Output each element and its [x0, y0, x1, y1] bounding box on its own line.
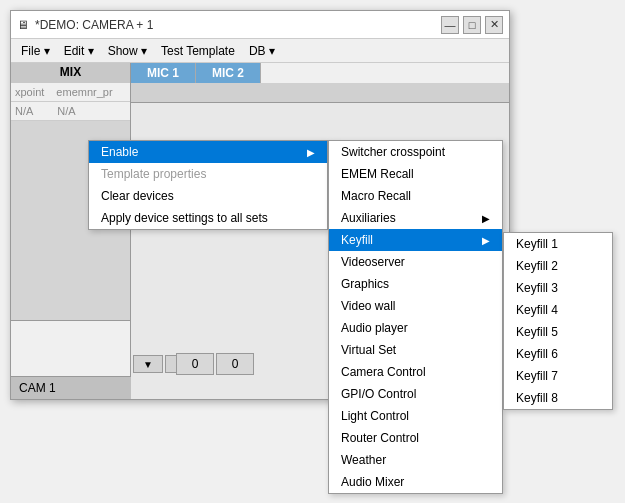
menu-edit[interactable]: Edit ▾: [58, 42, 100, 60]
ctx-router-control-label: Router Control: [341, 431, 419, 445]
mic-tab-1[interactable]: MIC 1: [131, 63, 196, 83]
right-top-bar: [131, 83, 509, 103]
restore-button[interactable]: □: [463, 16, 481, 34]
left-panel: xpoint ememnr_pr N/A N/A: [11, 83, 131, 399]
ctx-enable-label: Enable: [101, 145, 138, 159]
ctx-auxiliaries-arrow: ▶: [482, 213, 490, 224]
context-menu-1: Enable ▶ Template properties Clear devic…: [88, 140, 328, 230]
counter-1: 0: [176, 353, 214, 375]
ctx-apply-device-settings[interactable]: Apply device settings to all sets: [89, 207, 327, 229]
ctx-emem-recall[interactable]: EMEM Recall: [329, 163, 502, 185]
menu-bar: File ▾ Edit ▾ Show ▾ Test Template DB ▾: [11, 39, 509, 63]
ctx-enable-arrow: ▶: [307, 147, 315, 158]
ctx-auxiliaries-label: Auxiliaries: [341, 211, 396, 225]
ctx-keyfill-5-label: Keyfill 5: [516, 325, 558, 339]
ctx-keyfill-2[interactable]: Keyfill 2: [504, 255, 612, 277]
mix-header: MIX: [11, 63, 131, 83]
ctx-router-control[interactable]: Router Control: [329, 427, 502, 449]
cam-label: CAM 1: [11, 376, 131, 399]
ctx-apply-device-settings-label: Apply device settings to all sets: [101, 211, 268, 225]
ctx-video-wall[interactable]: Video wall: [329, 295, 502, 317]
ctx-keyfill-7-label: Keyfill 7: [516, 369, 558, 383]
ctx-audio-player[interactable]: Audio player: [329, 317, 502, 339]
ctx-keyfill-label: Keyfill: [341, 233, 373, 247]
na-label-2: N/A: [53, 104, 79, 118]
ctx-clear-devices-label: Clear devices: [101, 189, 174, 203]
ctx-weather-label: Weather: [341, 453, 386, 467]
menu-test-template[interactable]: Test Template: [155, 42, 241, 60]
ctx-auxiliaries[interactable]: Auxiliaries ▶: [329, 207, 502, 229]
ctx-keyfill-6-label: Keyfill 6: [516, 347, 558, 361]
up-arrow-1[interactable]: ▼: [133, 355, 163, 373]
ctx-emem-recall-label: EMEM Recall: [341, 167, 414, 181]
ctx-clear-devices[interactable]: Clear devices: [89, 185, 327, 207]
na-row: N/A N/A: [11, 102, 130, 121]
ctx-keyfill-3-label: Keyfill 3: [516, 281, 558, 295]
na-label-1: N/A: [11, 104, 37, 118]
ctx-template-properties-label: Template properties: [101, 167, 206, 181]
ctx-keyfill-2-label: Keyfill 2: [516, 259, 558, 273]
ctx-keyfill-6[interactable]: Keyfill 6: [504, 343, 612, 365]
ctx-switcher-crosspoint[interactable]: Switcher crosspoint: [329, 141, 502, 163]
xpoint-row: xpoint ememnr_pr: [11, 83, 130, 102]
mic-tab-2[interactable]: MIC 2: [196, 63, 261, 83]
ctx-keyfill-4-label: Keyfill 4: [516, 303, 558, 317]
context-menu-3: Keyfill 1 Keyfill 2 Keyfill 3 Keyfill 4 …: [503, 232, 613, 410]
emem-label: ememnr_pr: [52, 85, 116, 99]
ctx-keyfill-arrow: ▶: [482, 235, 490, 246]
title-bar: 🖥 *DEMO: CAMERA + 1 — □ ✕: [11, 11, 509, 39]
context-menu-2: Switcher crosspoint EMEM Recall Macro Re…: [328, 140, 503, 494]
ctx-keyfill-1-label: Keyfill 1: [516, 237, 558, 251]
counter-2: 0: [216, 353, 254, 375]
ctx-virtual-set-label: Virtual Set: [341, 343, 396, 357]
ctx-videoserver-label: Videoserver: [341, 255, 405, 269]
ctx-weather[interactable]: Weather: [329, 449, 502, 471]
ctx-gpio-control[interactable]: GPI/O Control: [329, 383, 502, 405]
ctx-template-properties: Template properties: [89, 163, 327, 185]
window-title: *DEMO: CAMERA + 1: [35, 18, 153, 32]
ctx-graphics-label: Graphics: [341, 277, 389, 291]
title-bar-left: 🖥 *DEMO: CAMERA + 1: [17, 18, 153, 32]
ctx-keyfill-5[interactable]: Keyfill 5: [504, 321, 612, 343]
ctx-enable[interactable]: Enable ▶: [89, 141, 327, 163]
window-icon: 🖥: [17, 18, 29, 32]
ctx-macro-recall-label: Macro Recall: [341, 189, 411, 203]
ctx-keyfill-1[interactable]: Keyfill 1: [504, 233, 612, 255]
minimize-button[interactable]: —: [441, 16, 459, 34]
ctx-switcher-crosspoint-label: Switcher crosspoint: [341, 145, 445, 159]
title-bar-controls: — □ ✕: [441, 16, 503, 34]
ctx-videoserver[interactable]: Videoserver: [329, 251, 502, 273]
ctx-keyfill-7[interactable]: Keyfill 7: [504, 365, 612, 387]
close-button[interactable]: ✕: [485, 16, 503, 34]
menu-file[interactable]: File ▾: [15, 42, 56, 60]
ctx-keyfill[interactable]: Keyfill ▶: [329, 229, 502, 251]
header-row: MIX MIC 1 MIC 2: [11, 63, 509, 83]
ctx-camera-control[interactable]: Camera Control: [329, 361, 502, 383]
ctx-video-wall-label: Video wall: [341, 299, 395, 313]
ctx-audio-mixer[interactable]: Audio Mixer: [329, 471, 502, 493]
menu-show[interactable]: Show ▾: [102, 42, 153, 60]
ctx-graphics[interactable]: Graphics: [329, 273, 502, 295]
ctx-macro-recall[interactable]: Macro Recall: [329, 185, 502, 207]
ctx-light-control[interactable]: Light Control: [329, 405, 502, 427]
mic-tabs: MIC 1 MIC 2: [131, 63, 261, 83]
ctx-audio-player-label: Audio player: [341, 321, 408, 335]
ctx-gpio-control-label: GPI/O Control: [341, 387, 416, 401]
ctx-virtual-set[interactable]: Virtual Set: [329, 339, 502, 361]
ctx-keyfill-8[interactable]: Keyfill 8: [504, 387, 612, 409]
menu-db[interactable]: DB ▾: [243, 42, 281, 60]
ctx-light-control-label: Light Control: [341, 409, 409, 423]
ctx-audio-mixer-label: Audio Mixer: [341, 475, 404, 489]
xpoint-label: xpoint: [11, 85, 48, 99]
ctx-keyfill-4[interactable]: Keyfill 4: [504, 299, 612, 321]
counter-row: 0 0: [176, 353, 254, 375]
ctx-camera-control-label: Camera Control: [341, 365, 426, 379]
ctx-keyfill-8-label: Keyfill 8: [516, 391, 558, 405]
ctx-keyfill-3[interactable]: Keyfill 3: [504, 277, 612, 299]
